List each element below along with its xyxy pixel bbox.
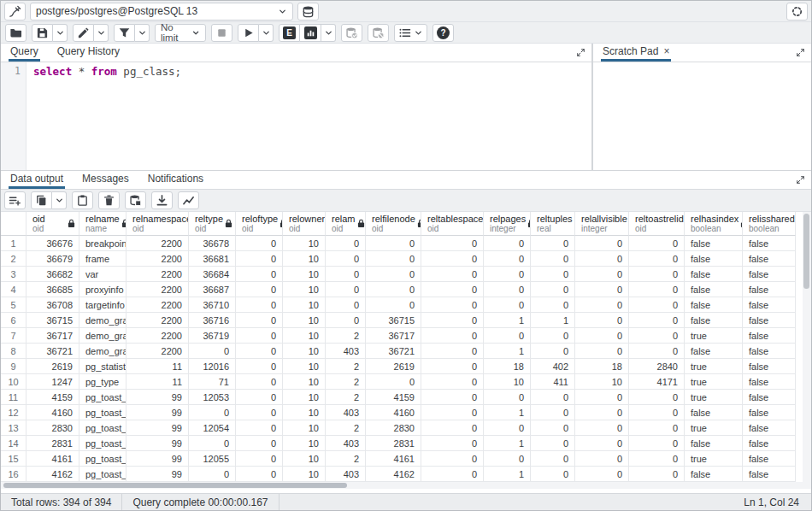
cell-relname[interactable]: pg_toast_…: [79, 420, 127, 436]
cell-relhasindex[interactable]: true: [685, 359, 743, 374]
graph-visualiser-button[interactable]: [178, 191, 199, 209]
cell-reltype[interactable]: 36710: [189, 297, 236, 313]
cell-relisshared[interactable]: false: [743, 251, 796, 267]
cell-relnamespace[interactable]: 2200: [127, 267, 189, 282]
cell-relowner[interactable]: 10: [283, 436, 326, 451]
cell-relisshared[interactable]: false: [743, 313, 796, 328]
cell-reltuples[interactable]: 0: [531, 390, 575, 405]
tab-query-history[interactable]: Query History: [56, 44, 121, 62]
cell-relnamespace[interactable]: 2200: [127, 344, 189, 359]
row-number-cell[interactable]: 1: [1, 236, 26, 251]
column-header-relisshared[interactable]: relissharedboolean: [743, 212, 796, 236]
cell-relpages[interactable]: 1: [484, 436, 531, 451]
paste-button[interactable]: [72, 191, 93, 209]
save-data-changes-button[interactable]: [125, 191, 146, 209]
cell-relname[interactable]: pg_toast_…: [79, 405, 127, 420]
cell-relname[interactable]: demo_gra…: [79, 328, 127, 344]
cell-relfilenode[interactable]: 4161: [366, 451, 421, 467]
cell-oid[interactable]: 36676: [26, 236, 79, 251]
add-row-button[interactable]: [4, 191, 26, 209]
cell-reltoastrelid[interactable]: 0: [629, 467, 685, 482]
cell-reloftype[interactable]: 0: [236, 282, 283, 297]
explain-analyze-button[interactable]: [300, 24, 321, 42]
cell-relisshared[interactable]: false: [743, 236, 796, 251]
cell-reltoastrelid[interactable]: 0: [629, 344, 685, 359]
cell-relpages[interactable]: 1: [484, 405, 531, 420]
cell-reltoastrelid[interactable]: 0: [629, 405, 685, 420]
cell-relname[interactable]: proxyinfo: [79, 282, 127, 297]
refresh-button[interactable]: [786, 3, 808, 21]
cell-relowner[interactable]: 10: [283, 405, 326, 420]
cell-reloftype[interactable]: 0: [236, 390, 283, 405]
cell-reltablespace[interactable]: 0: [421, 436, 484, 451]
macros-button[interactable]: [394, 24, 427, 42]
cell-relname[interactable]: var: [79, 267, 127, 282]
edit-button[interactable]: [73, 24, 94, 42]
cell-relhasindex[interactable]: true: [685, 328, 743, 344]
cell-relisshared[interactable]: false: [743, 420, 796, 436]
cell-reltuples[interactable]: 1: [531, 313, 575, 328]
row-number-cell[interactable]: 5: [1, 297, 26, 313]
cell-reloftype[interactable]: 0: [236, 328, 283, 344]
cell-reloftype[interactable]: 0: [236, 374, 283, 390]
explain-button[interactable]: E: [279, 24, 300, 42]
cell-relowner[interactable]: 10: [283, 359, 326, 374]
rollback-button[interactable]: [368, 24, 389, 42]
cell-relallvisible[interactable]: 18: [575, 359, 629, 374]
cell-relisshared[interactable]: false: [743, 282, 796, 297]
cell-relowner[interactable]: 10: [283, 328, 326, 344]
cell-reltype[interactable]: 36719: [189, 328, 236, 344]
column-header-reltype[interactable]: reltypeoid: [189, 212, 236, 236]
cell-relname[interactable]: demo_gra…: [79, 344, 127, 359]
cell-reloftype[interactable]: 0: [236, 313, 283, 328]
cell-relnamespace[interactable]: 99: [127, 420, 189, 436]
cell-reltype[interactable]: 36716: [189, 313, 236, 328]
cell-relhasindex[interactable]: false: [685, 467, 743, 482]
cell-relisshared[interactable]: false: [743, 359, 796, 374]
column-header-relnamespace[interactable]: relnamespaceoid: [127, 212, 189, 236]
cell-relallvisible[interactable]: 0: [575, 313, 629, 328]
cell-relpages[interactable]: 0: [484, 451, 531, 467]
cell-relam[interactable]: 403: [326, 344, 366, 359]
horizontal-scrollbar[interactable]: [1, 482, 804, 489]
cell-relhasindex[interactable]: true: [685, 374, 743, 390]
column-header-relfilenode[interactable]: relfilenodeoid: [366, 212, 421, 236]
cell-relpages[interactable]: 0: [484, 297, 531, 313]
tab-query[interactable]: Query: [9, 44, 40, 62]
cell-reltuples[interactable]: 0: [531, 328, 575, 344]
cell-oid[interactable]: 36708: [26, 297, 79, 313]
tab-data-output[interactable]: Data output: [9, 171, 65, 189]
cell-relnamespace[interactable]: 11: [127, 359, 189, 374]
cell-reltuples[interactable]: 0: [531, 282, 575, 297]
cell-relname[interactable]: demo_gra…: [79, 313, 127, 328]
cell-relfilenode[interactable]: 0: [366, 236, 421, 251]
cell-relhasindex[interactable]: false: [685, 282, 743, 297]
cell-reltablespace[interactable]: 0: [421, 267, 484, 282]
cell-reltuples[interactable]: 0: [531, 251, 575, 267]
cell-reltuples[interactable]: 411: [531, 374, 575, 390]
cell-relowner[interactable]: 10: [283, 467, 326, 482]
cell-reltoastrelid[interactable]: 4171: [629, 374, 685, 390]
cell-reltype[interactable]: 12054: [189, 420, 236, 436]
data-output-grid[interactable]: oidoidrelnamenamerelnamespaceoidreltypeo…: [1, 212, 804, 489]
cell-relowner[interactable]: 10: [283, 267, 326, 282]
cell-oid[interactable]: 36685: [26, 282, 79, 297]
cell-relowner[interactable]: 10: [283, 374, 326, 390]
cell-relam[interactable]: 403: [326, 467, 366, 482]
maximize-results-button[interactable]: [789, 171, 811, 189]
cell-reltablespace[interactable]: 0: [421, 420, 484, 436]
cell-reltype[interactable]: 12055: [189, 451, 236, 467]
cell-relhasindex[interactable]: false: [685, 267, 743, 282]
cell-relhasindex[interactable]: true: [685, 390, 743, 405]
cell-reloftype[interactable]: 0: [236, 420, 283, 436]
cell-reloftype[interactable]: 0: [236, 436, 283, 451]
sql-editor[interactable]: 1 select * from pg_class;: [1, 62, 591, 170]
row-number-cell[interactable]: 11: [1, 390, 26, 405]
cell-reltablespace[interactable]: 0: [421, 236, 484, 251]
cell-oid[interactable]: 36682: [26, 267, 79, 282]
column-header-relname[interactable]: relnamename: [79, 212, 127, 236]
cell-reltablespace[interactable]: 0: [421, 282, 484, 297]
column-header-relpages[interactable]: relpagesinteger: [484, 212, 531, 236]
cell-reltablespace[interactable]: 0: [421, 297, 484, 313]
cell-reltablespace[interactable]: 0: [421, 467, 484, 482]
